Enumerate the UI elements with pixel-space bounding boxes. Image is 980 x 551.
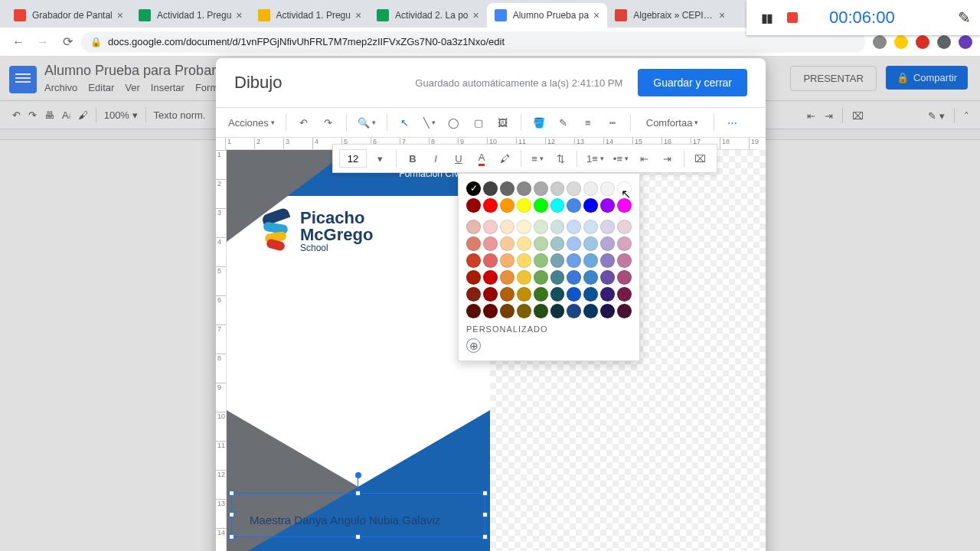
forward-button[interactable]: →	[32, 31, 54, 53]
color-swatch[interactable]	[600, 270, 615, 285]
color-swatch[interactable]	[483, 304, 498, 318]
undo-icon[interactable]: ↶	[294, 112, 314, 132]
selected-textbox[interactable]	[231, 493, 485, 537]
color-swatch[interactable]	[517, 304, 531, 318]
color-swatch[interactable]	[550, 304, 565, 318]
extension-icon[interactable]	[894, 35, 908, 49]
color-swatch[interactable]	[466, 181, 481, 196]
font-size-dropdown-icon[interactable]: ▾	[370, 148, 390, 168]
color-swatch[interactable]	[583, 181, 598, 196]
color-swatch[interactable]	[500, 181, 514, 196]
color-swatch[interactable]	[534, 287, 548, 302]
color-swatch[interactable]	[583, 220, 598, 234]
image-tool-icon[interactable]: 🖼	[493, 112, 513, 132]
add-custom-color-button[interactable]: ⊕	[466, 338, 481, 353]
color-swatch[interactable]	[500, 270, 514, 285]
reload-button[interactable]: ⟳	[57, 31, 78, 53]
color-swatch[interactable]	[500, 253, 514, 268]
color-swatch[interactable]	[600, 181, 615, 196]
color-swatch[interactable]	[466, 220, 481, 234]
close-icon[interactable]: ×	[117, 9, 123, 21]
color-swatch[interactable]	[517, 270, 531, 285]
color-swatch[interactable]	[534, 270, 548, 285]
color-swatch[interactable]	[550, 220, 565, 234]
color-swatch[interactable]	[517, 236, 531, 251]
color-swatch[interactable]	[567, 287, 581, 302]
resize-handle[interactable]	[229, 512, 234, 517]
bulleted-list-icon[interactable]: •≡	[610, 148, 632, 168]
tab-5[interactable]: Algebraix » CEPICA×	[607, 3, 733, 28]
color-swatch[interactable]	[483, 270, 498, 285]
resize-handle[interactable]	[229, 534, 234, 540]
resize-handle[interactable]	[355, 534, 361, 540]
zoom-icon[interactable]: 🔍	[354, 112, 379, 132]
color-swatch[interactable]	[567, 253, 581, 268]
color-swatch[interactable]	[550, 270, 565, 285]
color-swatch[interactable]	[466, 198, 481, 213]
color-swatch[interactable]	[567, 181, 581, 196]
close-icon[interactable]: ×	[236, 9, 242, 21]
color-swatch[interactable]	[500, 304, 514, 318]
color-swatch[interactable]	[617, 253, 632, 268]
color-swatch[interactable]	[600, 198, 615, 213]
text-color-button[interactable]: A	[472, 148, 492, 168]
font-size-input[interactable]: 12	[339, 149, 367, 168]
color-swatch[interactable]	[600, 220, 615, 234]
resize-handle[interactable]	[482, 491, 488, 496]
tab-4[interactable]: Alumno Prueba pa×	[487, 3, 608, 28]
align-button[interactable]: ≡	[528, 148, 547, 168]
color-swatch[interactable]	[500, 198, 514, 213]
color-swatch[interactable]	[567, 304, 581, 318]
extension-icon[interactable]	[959, 35, 972, 49]
color-swatch[interactable]	[567, 198, 581, 213]
color-swatch[interactable]	[617, 287, 632, 302]
color-swatch[interactable]	[583, 253, 598, 268]
color-swatch[interactable]	[617, 220, 632, 234]
actions-menu[interactable]: Acciones	[225, 112, 278, 132]
more-icon[interactable]: ⋯	[722, 112, 742, 132]
extension-icon[interactable]	[916, 35, 929, 49]
color-swatch[interactable]	[517, 253, 531, 268]
resize-handle[interactable]	[482, 512, 488, 517]
tab-3[interactable]: Actividad 2. La po×	[369, 3, 487, 28]
color-swatch[interactable]	[517, 181, 531, 196]
redo-icon[interactable]: ↷	[318, 112, 338, 132]
color-swatch[interactable]	[483, 253, 498, 268]
pause-button[interactable]: ▮▮	[756, 7, 777, 28]
extension-icon[interactable]	[873, 35, 887, 49]
resize-handle[interactable]	[229, 491, 234, 496]
color-swatch[interactable]	[500, 220, 514, 234]
increase-indent-icon[interactable]: ⇥	[658, 148, 678, 168]
color-swatch[interactable]	[550, 198, 565, 213]
textbox-tool-icon[interactable]: ▢	[469, 112, 488, 132]
color-swatch[interactable]	[483, 287, 498, 302]
close-icon[interactable]: ×	[473, 9, 479, 21]
font-select[interactable]: Comfortaa	[639, 112, 707, 132]
stop-button[interactable]	[782, 7, 803, 28]
color-swatch[interactable]	[483, 181, 498, 196]
extension-icon[interactable]	[937, 35, 951, 49]
numbered-list-icon[interactable]: 1≡	[583, 148, 607, 168]
italic-button[interactable]: I	[426, 148, 446, 168]
color-swatch[interactable]	[550, 287, 565, 302]
color-swatch[interactable]	[583, 236, 598, 251]
bold-button[interactable]: B	[403, 148, 423, 168]
close-icon[interactable]: ×	[593, 9, 599, 21]
tab-2[interactable]: Actividad 1. Pregu×	[250, 3, 370, 28]
annotate-icon[interactable]: ✎	[958, 8, 971, 27]
close-icon[interactable]: ×	[719, 9, 725, 21]
color-swatch[interactable]	[550, 181, 565, 196]
color-swatch[interactable]	[600, 304, 615, 318]
underline-button[interactable]: U	[449, 148, 469, 168]
color-swatch[interactable]	[500, 287, 514, 302]
color-swatch[interactable]	[534, 220, 548, 234]
border-color-icon[interactable]: ✎	[554, 112, 573, 132]
resize-handle[interactable]	[355, 491, 361, 496]
color-swatch[interactable]	[534, 198, 548, 213]
color-swatch[interactable]	[583, 198, 598, 213]
line-tool-icon[interactable]: ╲	[420, 112, 439, 132]
color-swatch[interactable]	[600, 287, 615, 302]
color-swatch[interactable]	[567, 220, 581, 234]
color-swatch[interactable]	[466, 236, 481, 251]
tab-0[interactable]: Grabador de Pantal×	[6, 3, 131, 28]
